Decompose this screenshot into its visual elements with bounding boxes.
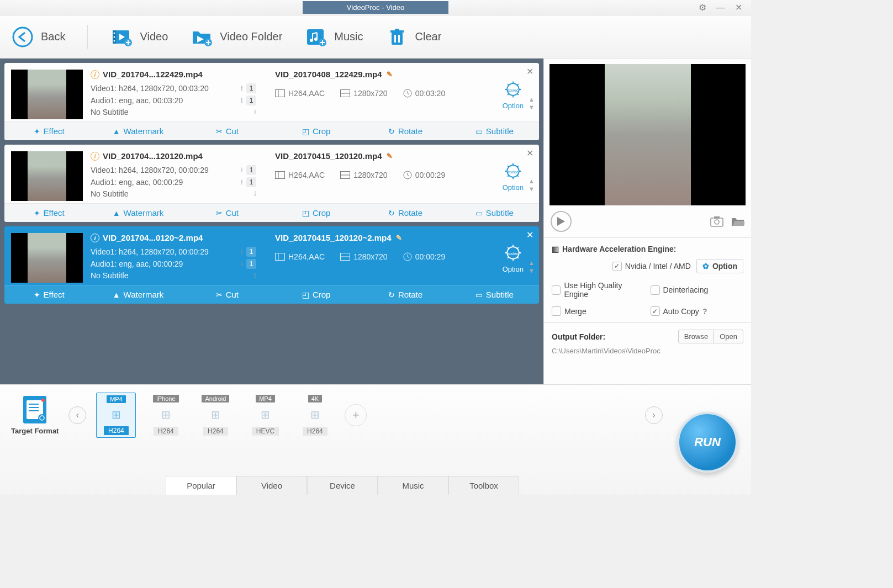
crop-button[interactable]: ◰Crop (272, 122, 361, 140)
watermark-button[interactable]: ▲Watermark (93, 285, 182, 304)
film-icon: ⊞ (161, 408, 171, 421)
card-close-button[interactable]: ✕ (526, 148, 533, 158)
rotate-button[interactable]: ↻Rotate (361, 204, 450, 222)
source-filename: VID_201704...0120~2.mp4 (103, 233, 203, 242)
deinterlace-checkbox[interactable]: Deinterlacing (651, 281, 744, 299)
merge-checkbox[interactable]: Merge (552, 306, 645, 316)
duration-spec: 00:03:20 (403, 89, 446, 98)
svg-text:codec: codec (508, 251, 519, 256)
video-track-stepper[interactable]: ⁞ 1 (241, 247, 256, 257)
format-preset[interactable]: MP4 ⊞ H264 (96, 393, 136, 438)
subtitle-stepper[interactable]: ⁞ (254, 108, 256, 116)
minimize-icon[interactable]: — (716, 3, 725, 13)
subtitle-stepper[interactable]: ⁞ (254, 272, 256, 279)
open-folder-icon[interactable] (731, 216, 744, 227)
film-icon: ⊞ (211, 408, 220, 421)
watermark-button[interactable]: ▲Watermark (93, 204, 182, 222)
category-tab[interactable]: Music (378, 476, 448, 495)
rename-icon[interactable]: ✎ (396, 234, 402, 242)
hq-engine-checkbox[interactable]: Use High Quality Engine (552, 281, 645, 299)
category-tabs: PopularVideoDeviceMusicToolbox (166, 476, 519, 495)
reorder-arrows[interactable]: ▲▼ (529, 178, 535, 192)
svg-point-40 (715, 220, 719, 224)
audio-track-stepper[interactable]: ⁞ 1 (241, 96, 256, 105)
svg-point-45 (38, 414, 46, 422)
format-preset[interactable]: 4K ⊞ H264 (295, 393, 335, 438)
video-track-stepper[interactable]: ⁞ 1 (241, 83, 256, 93)
format-next-button[interactable]: › (645, 406, 663, 424)
svg-rect-39 (714, 216, 720, 219)
category-tab[interactable]: Video (236, 476, 307, 495)
reorder-arrows[interactable]: ▲▼ (529, 96, 535, 110)
add-folder-button[interactable]: Video Folder (190, 25, 282, 49)
effect-button[interactable]: ✦Effect (4, 122, 93, 140)
subtitle-button[interactable]: ▭Subtitle (450, 204, 539, 222)
format-preset[interactable]: Android ⊞ H264 (195, 393, 235, 438)
cut-button[interactable]: ✂Cut (183, 285, 272, 304)
crop-button[interactable]: ◰Crop (272, 204, 361, 222)
browse-button[interactable]: Browse (678, 330, 714, 343)
rename-icon[interactable]: ✎ (387, 152, 393, 160)
subtitle-button[interactable]: ▭Subtitle (450, 122, 539, 140)
vendor-checkbox[interactable]: Nvidia / Intel / AMD (612, 262, 691, 271)
effect-button[interactable]: ✦Effect (4, 285, 93, 304)
svg-point-10 (314, 38, 318, 41)
codec-option-button[interactable]: codec Option (494, 233, 532, 283)
add-video-button[interactable]: Video (110, 25, 168, 49)
video-card[interactable]: ✕ ▲▼ iVID_201704...0120~2.mp4 Video1: h2… (4, 226, 539, 304)
subtitle-button[interactable]: ▭Subtitle (450, 285, 539, 304)
snapshot-icon[interactable] (710, 216, 723, 227)
thumbnail (11, 151, 83, 201)
info-icon[interactable]: i (91, 234, 99, 242)
category-tab[interactable]: Toolbox (448, 476, 519, 495)
format-preset[interactable]: MP4 ⊞ HEVC (245, 393, 285, 438)
add-music-button[interactable]: Music (304, 25, 363, 49)
clear-button[interactable]: Clear (385, 25, 442, 49)
effect-button[interactable]: ✦Effect (4, 204, 93, 222)
codec-option-button[interactable]: codec Option (494, 151, 532, 201)
rotate-button[interactable]: ↻Rotate (361, 285, 450, 304)
play-button[interactable] (551, 211, 572, 232)
film-icon: ⊞ (261, 408, 270, 421)
reorder-arrows[interactable]: ▲▼ (529, 259, 535, 274)
subtitle-info: No Subtitle (91, 108, 128, 116)
video-card[interactable]: ✕ ▲▼ iVID_201704...122429.mp4 Video1: h2… (4, 63, 539, 140)
run-button[interactable]: RUN (677, 412, 738, 473)
card-close-button[interactable]: ✕ (526, 230, 533, 240)
hw-option-button[interactable]: ✿ Option (696, 259, 743, 273)
source-filename: VID_201704...122429.mp4 (103, 70, 203, 79)
music-icon (304, 25, 327, 49)
cut-button[interactable]: ✂Cut (183, 122, 272, 140)
subtitle-stepper[interactable]: ⁞ (254, 190, 256, 198)
close-icon[interactable]: ✕ (735, 2, 742, 13)
video-track-stepper[interactable]: ⁞ 1 (241, 165, 256, 175)
info-icon[interactable]: i (91, 70, 99, 79)
category-tab[interactable]: Popular (166, 476, 236, 495)
card-close-button[interactable]: ✕ (526, 66, 533, 77)
format-prev-button[interactable]: ‹ (68, 406, 86, 424)
target-format-icon (23, 396, 46, 423)
watermark-button[interactable]: ▲Watermark (93, 122, 182, 140)
rename-icon[interactable]: ✎ (387, 70, 393, 78)
audio-track-stepper[interactable]: ⁞ 1 (241, 177, 256, 187)
svg-rect-15 (394, 35, 396, 43)
format-add-button[interactable]: + (345, 404, 367, 426)
video-card[interactable]: ✕ ▲▼ iVID_201704...120120.mp4 Video1: h2… (4, 145, 539, 222)
info-icon[interactable]: i (91, 152, 99, 161)
thumbnail (11, 233, 83, 283)
codec-option-button[interactable]: codec Option (494, 70, 532, 119)
back-button[interactable]: Back (11, 25, 65, 49)
autocopy-checkbox[interactable]: Auto Copy ? (651, 306, 744, 316)
crop-button[interactable]: ◰Crop (272, 285, 361, 304)
audio-track-info: Audio1: eng, aac, 00:00:29 (91, 178, 183, 187)
video-list: ✕ ▲▼ iVID_201704...122429.mp4 Video1: h2… (0, 59, 543, 384)
audio-track-stepper[interactable]: ⁞ 1 (241, 259, 256, 269)
settings-icon[interactable]: ⚙ (699, 2, 706, 13)
svg-rect-16 (398, 35, 400, 43)
rotate-button[interactable]: ↻Rotate (361, 122, 450, 140)
category-tab[interactable]: Device (307, 476, 378, 495)
open-button[interactable]: Open (714, 330, 743, 343)
output-folder-panel: Output Folder: Browse Open C:\Users\Mart… (544, 322, 751, 362)
cut-button[interactable]: ✂Cut (183, 204, 272, 222)
format-preset[interactable]: iPhone ⊞ H264 (146, 393, 186, 438)
